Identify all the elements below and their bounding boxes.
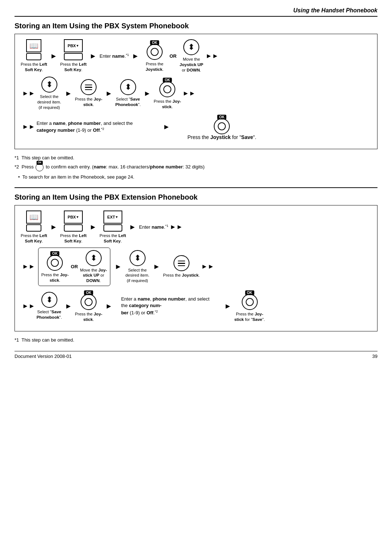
s2-step-book: 📖 Press the LeftSoft Key.	[21, 211, 47, 244]
or-label-1: OR	[170, 53, 177, 59]
step-joystick-ok-1: OK Press theJoystick.	[142, 40, 167, 72]
s2-step3-label: Press the LeftSoft Key.	[99, 233, 126, 244]
pbx-icon: PBX▼	[64, 39, 83, 52]
step-save-joystick: OK Press the Joystick for "Save".	[187, 114, 256, 140]
ok-inline-icon: OK	[36, 163, 44, 171]
s2-menu-line3	[178, 265, 185, 266]
s2-menu-line1	[178, 261, 185, 262]
s2-press-joystick-label: Press the Joystick.	[163, 273, 200, 278]
s2-arrow4: ►	[115, 262, 122, 271]
note1-bullet: • To search for an item in the Phonebook…	[18, 174, 377, 181]
section-rule	[15, 187, 377, 188]
footer-page: 39	[372, 354, 377, 359]
s2-select-label: Select thedesired item.(if required)	[126, 268, 150, 284]
s2-step-pbx: PBX▼ Press the LeftSoft Key.	[60, 211, 87, 244]
book-icon: 📖	[26, 39, 41, 52]
s2-arrow-double3: ►►	[201, 263, 214, 270]
section2-diagram: 📖 Press the LeftSoft Key. ► PBX▼ Press t…	[15, 205, 377, 332]
s2-arrow-double2: ►►	[22, 263, 35, 270]
s2-paren-group: OK Press the Joy-stick. OR ⬍ Move the Jo…	[38, 248, 110, 286]
enter-details-text: Enter a name, phone number, and select t…	[37, 120, 153, 134]
arrow7: ►	[163, 123, 170, 131]
s2-joystick-up: ⬍	[86, 250, 102, 266]
s2-arrow8: ►	[224, 302, 232, 310]
s2-joystick-ok3	[242, 294, 258, 310]
header-rule	[15, 16, 377, 17]
move-joystick-label: Move theJoystick UPor DOWN.	[180, 57, 203, 73]
s2-step-up-save: ⬍ Select "SavePhonebook".	[37, 292, 62, 320]
press-save-label: Press the Joystick for "Save".	[187, 134, 256, 140]
s2-arrow7: ►	[105, 302, 113, 310]
joystick-select-icon: ⬍	[41, 77, 57, 93]
arrow5: ►	[105, 89, 113, 98]
step-press-ok: OK Press the Joy-stick.	[154, 77, 181, 110]
section1-row3: ►► Enter a name, phone number, and selec…	[21, 114, 371, 140]
step2-label: Press the LeftSoft Key.	[60, 62, 87, 73]
joystick-ok-icon	[147, 44, 163, 60]
section2-row1: 📖 Press the LeftSoft Key. ► PBX▼ Press t…	[21, 211, 371, 244]
footer-version: Document Version 2008-01	[15, 354, 72, 359]
section1-diagram: 📖 Press the LeftSoft Key. ► PBX▼ Press t…	[15, 34, 377, 149]
s2-arrow3: ►	[129, 223, 136, 231]
arrow-double-1: ►►	[205, 52, 219, 60]
s2-joystick-up2: ⬍	[41, 292, 57, 308]
s2-joystick-ok	[47, 255, 63, 271]
note1-1: *1 This step can be omitted.	[15, 154, 377, 162]
s2-step-joy-ok: OK Press the Joy-stick.	[41, 250, 69, 283]
step-select-save: ⬍ Select "SavePhonebook".	[115, 79, 141, 107]
s2-menu-icon	[173, 255, 189, 271]
s2-enter-name-text: Enter name.*1	[139, 224, 168, 230]
s2-ext-btn	[103, 224, 122, 232]
joystick-arrows2: ⬍	[46, 81, 53, 89]
step1-label: Press the LeftSoft Key.	[21, 62, 47, 73]
select-desired-label: Select thedesired item.(if required)	[37, 94, 61, 110]
joystick-ok-icon2	[159, 81, 175, 97]
press-joystick-label3: Press the Joy-stick.	[154, 99, 181, 110]
s2-pbx-icon: PBX▼	[64, 211, 83, 224]
joystick-up-icon: ⬍	[183, 39, 199, 55]
s2-step-joy-up: ⬍ Move the Joy-stick UP orDOWN.	[80, 250, 107, 284]
menu-line1	[85, 85, 92, 86]
s2-step1-label: Press the LeftSoft Key.	[21, 233, 47, 244]
step-menu: Press the Joy-stick.	[75, 79, 102, 107]
s2-menu-line2	[178, 263, 185, 264]
notes-section1: *1 This step can be omitted. *2 Press OK…	[15, 154, 377, 181]
s2-pbx-btn	[64, 224, 83, 232]
joystick-ok-icon3	[214, 118, 230, 134]
s2-joystick-select: ⬍	[130, 250, 146, 266]
page-footer: Document Version 2008-01 39	[15, 351, 377, 359]
s2-arrow1: ►	[50, 223, 57, 231]
enter-name-text: Enter name.*1	[99, 53, 129, 59]
s2-step-select: ⬍ Select thedesired item.(if required)	[125, 250, 150, 284]
menu-line3	[85, 89, 92, 90]
s2-step-ok-press: OK Press the Joy-stick.	[75, 290, 102, 322]
s2-book-btn	[26, 224, 41, 232]
menu-icon	[81, 79, 97, 95]
s2-book-icon: 📖	[26, 211, 41, 224]
s2-arrow6: ►	[65, 302, 72, 310]
s2-arrow5: ►	[153, 262, 160, 271]
notes-section2: *1 This step can be omitted.	[15, 336, 377, 344]
step-pbx-1: PBX▼ Press the LeftSoft Key.	[60, 39, 87, 73]
joystick-up-arrows: ⬍	[188, 43, 195, 51]
step-book-1: 📖 Press the LeftSoft Key.	[21, 39, 47, 73]
s2-arrow2: ►	[90, 223, 97, 231]
arrow-double-2: ►►	[22, 90, 35, 97]
enter-name-cell: Enter name.*1 ►	[99, 52, 142, 60]
select-save-label: Select "SavePhonebook".	[115, 97, 141, 107]
s2-step-menu: Press the Joystick.	[163, 255, 200, 278]
section2-row2: ►► OK Press the Joy-stick. OR ⬍ Move th	[21, 248, 371, 286]
section2-title: Storing an Item Using the PBX Extension …	[15, 193, 377, 201]
s2-press-joy-label2: Press the Joy-stick.	[75, 311, 102, 322]
s2-move-label: Move the Joy-stick UP orDOWN.	[80, 268, 107, 284]
step-joystick-up-1: ⬍ Move theJoystick UPor DOWN.	[179, 39, 204, 73]
s2-select-save-label: Select "SavePhonebook".	[37, 309, 62, 320]
press-joystick-label: Press theJoystick.	[146, 61, 163, 72]
arrow-double-3: ►►	[183, 90, 196, 97]
s2-joystick-ok2	[81, 294, 97, 310]
s2-step-ext: EXT▼ Press the LeftSoft Key.	[99, 211, 126, 244]
note1-2: *2 Press OK to confirm each entry. (name…	[15, 163, 377, 171]
book-btn	[26, 53, 41, 60]
s2-ext-icon: EXT▼	[103, 211, 122, 224]
s2-or-label: OR	[71, 264, 78, 269]
